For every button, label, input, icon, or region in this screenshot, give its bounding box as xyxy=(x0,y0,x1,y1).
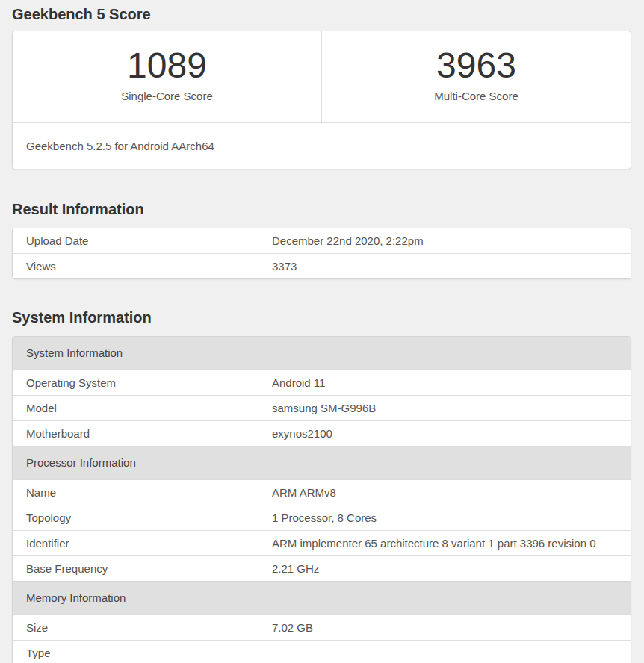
group-header: System Information xyxy=(13,337,631,370)
result-information-table: Upload Date December 22nd 2020, 2:22pm V… xyxy=(12,228,631,279)
row-label: Model xyxy=(13,396,272,420)
row-label: Size xyxy=(13,615,272,640)
multi-core-score-value: 3963 xyxy=(322,46,631,85)
memory-information-group: Memory Information Size 7.02 GB Type xyxy=(13,581,631,663)
group-header: Processor Information xyxy=(13,446,631,479)
table-row: Operating System Android 11 xyxy=(13,370,631,395)
row-value: 2.21 GHz xyxy=(272,556,631,581)
table-row: Name ARM ARMv8 xyxy=(13,479,631,505)
row-label: Base Frequency xyxy=(13,556,272,581)
row-value: Android 11 xyxy=(272,370,631,395)
row-value: 7.02 GB xyxy=(272,615,631,640)
row-label: Identifier xyxy=(13,531,272,555)
row-value: ARM implementer 65 architecture 8 varian… xyxy=(272,531,631,555)
table-row: Upload Date December 22nd 2020, 2:22pm xyxy=(13,228,631,253)
table-row: Views 3373 xyxy=(13,253,631,278)
multi-core-score-cell: 3963 Multi-Core Score xyxy=(321,31,631,122)
table-row: Model samsung SM-G996B xyxy=(13,395,631,420)
row-value: 3373 xyxy=(272,254,631,278)
single-core-score-label: Single-Core Score xyxy=(13,90,321,103)
row-label: Views xyxy=(13,254,272,278)
row-label: Topology xyxy=(13,505,272,530)
system-information-heading: System Information xyxy=(12,309,631,326)
table-row: Base Frequency 2.21 GHz xyxy=(13,555,631,581)
single-core-score-value: 1089 xyxy=(13,46,321,85)
row-value: December 22nd 2020, 2:22pm xyxy=(272,228,631,253)
row-value: ARM ARMv8 xyxy=(272,480,631,505)
geekbench-version-footnote: Geekbench 5.2.5 for Android AArch64 xyxy=(13,122,631,169)
score-row: 1089 Single-Core Score 3963 Multi-Core S… xyxy=(13,31,631,122)
row-label: Type xyxy=(13,641,272,663)
row-label: Motherboard xyxy=(13,421,272,446)
row-label: Upload Date xyxy=(13,228,272,253)
row-value xyxy=(272,641,631,663)
row-value: exynos2100 xyxy=(272,421,631,446)
system-information-table: System Information Operating System Andr… xyxy=(12,336,631,663)
table-row: Size 7.02 GB xyxy=(13,614,631,640)
processor-information-group: Processor Information Name ARM ARMv8 Top… xyxy=(13,446,631,581)
result-information-heading: Result Information xyxy=(12,201,631,217)
system-information-group: System Information Operating System Andr… xyxy=(13,337,631,446)
page-title: Geekbench 5 Score xyxy=(12,6,631,22)
row-value: 1 Processor, 8 Cores xyxy=(272,505,631,530)
table-row: Motherboard exynos2100 xyxy=(13,420,631,446)
table-row: Identifier ARM implementer 65 architectu… xyxy=(13,530,631,555)
row-label: Operating System xyxy=(13,370,272,395)
single-core-score-cell: 1089 Single-Core Score xyxy=(13,31,321,122)
page-content: Geekbench 5 Score 1089 Single-Core Score… xyxy=(0,0,644,663)
row-value: samsung SM-G996B xyxy=(272,396,631,420)
score-card: 1089 Single-Core Score 3963 Multi-Core S… xyxy=(12,31,631,169)
row-label: Name xyxy=(13,480,272,505)
table-row: Type xyxy=(13,640,631,663)
group-header: Memory Information xyxy=(13,581,631,614)
table-row: Topology 1 Processor, 8 Cores xyxy=(13,505,631,530)
multi-core-score-label: Multi-Core Score xyxy=(322,90,631,103)
